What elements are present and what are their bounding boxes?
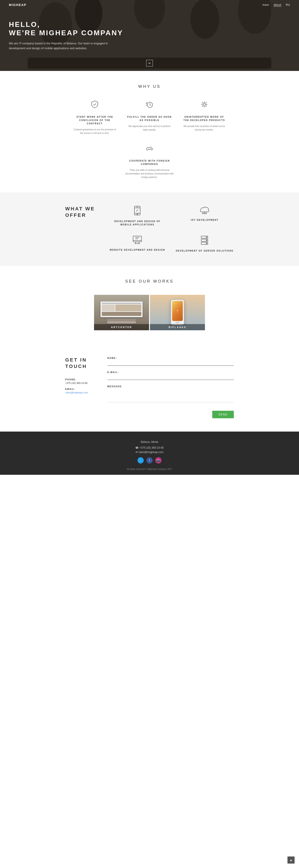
monitor-icon bbox=[132, 235, 142, 246]
works-section: SEE OUR WORKS ARTCENTER bbox=[0, 266, 299, 344]
email-link[interactable]: client@migheap.com bbox=[65, 391, 88, 394]
chevron-down-icon bbox=[148, 62, 151, 64]
offer-server-title: DEVELOPMENT OF SERVER SOLUTIONS bbox=[176, 249, 234, 252]
phone-icon: ☎ bbox=[135, 446, 139, 449]
nav-about[interactable]: about bbox=[274, 3, 281, 7]
offer-website-title: WEBSITE DEVELOPMENT AND DESIGN bbox=[110, 248, 165, 252]
works-grid: ARTCENTER ↑ BIPLANES bbox=[94, 295, 205, 330]
message-label: MESSAGE: bbox=[107, 385, 234, 388]
why-item-2: FULFILL THE ORDER AS SOON AS POSSIBLE We… bbox=[127, 100, 173, 135]
offer-website: WEBSITE DEVELOPMENT AND DESIGN bbox=[108, 235, 167, 252]
offer-iot: IOT DEVELOPMENT bbox=[175, 206, 234, 226]
gear-check-icon bbox=[200, 100, 209, 111]
offer-mobile-title: DEVELOPMENT AND DESIGN OF MOBILE APPLICA… bbox=[108, 220, 167, 226]
work-biplanes-label: BIPLANES bbox=[150, 324, 205, 330]
svg-point-31 bbox=[206, 243, 207, 244]
why-item-2-desc: We appreciate your time and try to perfo… bbox=[127, 125, 173, 132]
hero-section: HELLO,WE'RE MIGHEAP COMPANY We are IT-co… bbox=[0, 0, 299, 71]
why-item-3-desc: We provide free correction of arisen err… bbox=[181, 125, 227, 132]
handshake-icon bbox=[145, 144, 154, 155]
send-button[interactable]: SEND bbox=[212, 411, 234, 418]
contact-form: NAME: E-MAIL: MESSAGE: SEND bbox=[107, 357, 234, 418]
server-icon bbox=[200, 235, 209, 247]
svg-point-30 bbox=[206, 240, 207, 241]
email-value: client@migheap.com bbox=[65, 391, 94, 394]
footer-email-link[interactable]: client@migheap.com bbox=[139, 451, 163, 454]
navbar: MIGHEAP main about RU bbox=[0, 0, 299, 10]
works-title: SEE OUR WORKS bbox=[9, 279, 290, 284]
hero-content: HELLO,WE'RE MIGHEAP COMPANY We are IT-co… bbox=[9, 20, 124, 51]
why-bottom: COOPERATE WITH FOREIGN COMPANIES There a… bbox=[9, 144, 290, 179]
work-biplanes[interactable]: ↑ BIPLANES bbox=[150, 295, 205, 330]
footer-socials: 🐦 f 📷 bbox=[4, 457, 295, 463]
why-item-4-desc: There are skills of working with technic… bbox=[125, 168, 174, 179]
why-us-section: WHY US START WORK AFTER THE CONCLUSION O… bbox=[0, 71, 299, 192]
why-item-1-title: START WORK AFTER THE CONCLUSION OF THE C… bbox=[72, 115, 118, 125]
footer-location: Belarus, Minsk bbox=[4, 440, 295, 443]
offer-layout: WHAT WEOFFER DEVELOPMENT AND DESIGN OF M… bbox=[65, 206, 234, 252]
svg-point-8 bbox=[203, 103, 205, 105]
footer: Belarus, Minsk ☎ +375 (33) 360-23-85 ✉ c… bbox=[0, 432, 299, 475]
shield-check-icon bbox=[90, 100, 99, 111]
hero-subtitle: We are IT-company based in the Republic … bbox=[9, 41, 124, 51]
contact-info: PHONE: +375 (33) 360-23-85 EMAIL: client… bbox=[65, 378, 94, 394]
name-label: NAME: bbox=[107, 357, 234, 359]
svg-point-12 bbox=[137, 214, 138, 215]
what-offer-section: WHAT WEOFFER DEVELOPMENT AND DESIGN OF M… bbox=[0, 192, 299, 266]
why-item-1: START WORK AFTER THE CONCLUSION OF THE C… bbox=[72, 100, 118, 135]
footer-phone: ☎ +375 (33) 360-23-85 bbox=[4, 446, 295, 449]
phone-value: +375 (33) 360-23-85 bbox=[65, 382, 94, 384]
email-icon: ✉ bbox=[136, 451, 139, 454]
why-item-3: UNINTERRUPTED WORK OF THE DEVELOPED PROD… bbox=[181, 100, 227, 135]
offer-iot-title: IOT DEVELOPMENT bbox=[191, 218, 219, 222]
contact-section: GET INTOUCH PHONE: +375 (33) 360-23-85 E… bbox=[0, 344, 299, 432]
work-artcenter-label: ARTCENTER bbox=[94, 324, 149, 330]
offer-label: WHAT WEOFFER bbox=[65, 206, 95, 218]
scroll-down-button[interactable] bbox=[146, 60, 153, 66]
email-input[interactable] bbox=[107, 375, 234, 380]
contact-label: GET INTOUCH bbox=[65, 357, 94, 370]
name-group: NAME: bbox=[107, 357, 234, 366]
footer-copyright: All rights reserved © Migheap Company, 2… bbox=[4, 468, 295, 470]
svg-line-21 bbox=[135, 242, 136, 244]
instagram-icon[interactable]: 📷 bbox=[155, 457, 161, 463]
logo: MIGHEAP bbox=[9, 3, 26, 7]
why-us-grid: START WORK AFTER THE CONCLUSION OF THE C… bbox=[72, 100, 227, 135]
svg-point-9 bbox=[202, 102, 206, 106]
message-input[interactable] bbox=[107, 389, 234, 402]
contact-layout: GET INTOUCH PHONE: +375 (33) 360-23-85 E… bbox=[65, 357, 234, 418]
why-item-1-desc: Contract guarantees to you the provision… bbox=[72, 128, 118, 135]
svg-line-22 bbox=[139, 242, 139, 244]
facebook-icon[interactable]: f bbox=[146, 457, 153, 463]
offer-grid: DEVELOPMENT AND DESIGN OF MOBILE APPLICA… bbox=[108, 206, 234, 252]
twitter-icon[interactable]: 🐦 bbox=[138, 457, 144, 463]
why-item-4-title: COOPERATE WITH FOREIGN COMPANIES bbox=[125, 159, 174, 166]
mobile-icon bbox=[133, 206, 142, 217]
offer-mobile: DEVELOPMENT AND DESIGN OF MOBILE APPLICA… bbox=[108, 206, 167, 226]
offer-server: DEVELOPMENT OF SERVER SOLUTIONS bbox=[175, 235, 234, 252]
why-item-4: COOPERATE WITH FOREIGN COMPANIES There a… bbox=[125, 144, 174, 179]
hero-title: HELLO,WE'RE MIGHEAP COMPANY bbox=[9, 20, 124, 37]
contact-left: GET INTOUCH PHONE: +375 (33) 360-23-85 E… bbox=[65, 357, 94, 418]
nav-main[interactable]: main bbox=[263, 3, 269, 6]
clock-fast-icon bbox=[145, 100, 154, 111]
email-field-label: E-MAIL: bbox=[107, 371, 234, 373]
nav-lang[interactable]: RU bbox=[286, 3, 290, 6]
svg-rect-19 bbox=[133, 236, 142, 242]
svg-point-29 bbox=[206, 237, 207, 238]
email-group: E-MAIL: bbox=[107, 371, 234, 380]
footer-email: ✉ client@migheap.com bbox=[4, 451, 295, 454]
why-item-3-title: UNINTERRUPTED WORK OF THE DEVELOPED PROD… bbox=[181, 115, 227, 122]
email-label: EMAIL: bbox=[65, 388, 94, 390]
name-input[interactable] bbox=[107, 361, 234, 366]
footer-phone-value: +375 (33) 360-23-85 bbox=[139, 446, 164, 449]
why-item-2-title: FULFILL THE ORDER AS SOON AS POSSIBLE bbox=[127, 115, 173, 122]
work-artcenter[interactable]: ARTCENTER bbox=[94, 295, 149, 330]
cloud-iot-icon bbox=[200, 206, 210, 216]
message-group: MESSAGE: bbox=[107, 385, 234, 403]
why-us-title: WHY US bbox=[9, 84, 290, 89]
nav-links: main about RU bbox=[263, 3, 290, 7]
phone-label: PHONE: bbox=[65, 378, 94, 381]
